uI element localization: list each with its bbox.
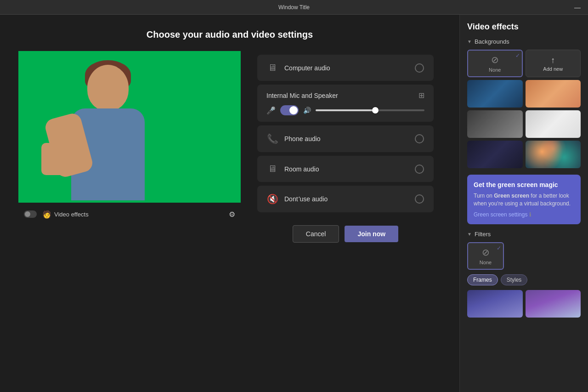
volume-slider-knob [372, 107, 379, 114]
no-audio-icon: 🔇 [267, 193, 278, 205]
promo-text-bold: Green screen [494, 193, 529, 199]
right-panel: Video effects ▼ Backgrounds ✓ ⊘ None ↑ A… [459, 15, 588, 392]
no-audio-label: Dontʼuse audio [284, 195, 408, 203]
backgrounds-chevron: ▼ [467, 39, 472, 44]
no-audio-radio[interactable] [415, 194, 424, 204]
no-audio-option[interactable]: 🔇 Dontʼuse audio [257, 186, 434, 212]
bg-none-tile[interactable]: ✓ ⊘ None [467, 50, 523, 77]
bg-tile-4[interactable] [526, 110, 581, 138]
room-audio-option[interactable]: 🖥 Room audio [257, 156, 434, 182]
person-effects-icon: 🧑 [42, 210, 51, 219]
cancel-button[interactable]: Cancel [293, 225, 339, 243]
content-columns: 🧑 Video effects ⚙ 🖥 Computer audio [0, 51, 459, 392]
mic-toggle-knob [289, 106, 298, 114]
backgrounds-grid: ✓ ⊘ None ↑ Add new [467, 50, 581, 168]
minimize-icon[interactable]: — [574, 4, 581, 11]
internal-mic-section: Internal Mic and Speaker ⊞ 🎤 🔊 [257, 85, 434, 122]
volume-slider-fill [316, 109, 375, 111]
filter-none-icon: ⊘ [482, 247, 490, 258]
green-screen-link[interactable]: Green screen settings ℹ [474, 211, 574, 218]
internal-mic-label: Internal Mic and Speaker [266, 92, 338, 99]
filters-chevron: ▼ [467, 232, 472, 237]
computer-audio-radio[interactable] [415, 63, 424, 73]
title-bar: Window Title — [0, 0, 588, 15]
filters-section-title: ▼ Filters [467, 231, 581, 238]
phone-audio-radio[interactable] [415, 134, 424, 143]
filter-tab-styles[interactable]: Styles [501, 274, 528, 285]
promo-text: Turn on Green screen for a better look w… [474, 192, 574, 208]
backgrounds-section-title: ▼ Backgrounds [467, 38, 581, 45]
person-head [87, 65, 129, 111]
bg-tile-3[interactable] [467, 110, 523, 138]
join-now-button[interactable]: Join now [345, 226, 398, 242]
adjust-icon[interactable]: ⊞ [418, 91, 424, 100]
promo-title: Get the green screen magic [474, 181, 574, 188]
bg-tile-2[interactable] [526, 80, 581, 108]
green-screen-promo: Get the green screen magic Turn on Green… [467, 175, 581, 224]
internal-mic-header: Internal Mic and Speaker ⊞ [266, 91, 424, 100]
mic-toggle-switch[interactable] [280, 105, 299, 115]
frames-grid [467, 290, 581, 318]
action-row: Cancel Join now [250, 216, 441, 247]
bg-tile-1[interactable] [467, 80, 523, 108]
promo-text-before: Turn on [474, 193, 494, 199]
bg-none-label: None [489, 67, 501, 73]
phone-audio-option[interactable]: 📞 Phone audio [257, 125, 434, 152]
phone-audio-label: Phone audio [284, 135, 408, 142]
audio-panel: 🖥 Computer audio Internal Mic and Speake… [250, 51, 441, 392]
settings-icon[interactable]: ⚙ [229, 210, 235, 219]
filters-label: Filters [475, 231, 491, 238]
filter-none-check-mark: ✓ [497, 245, 501, 251]
room-audio-icon: 🖥 [267, 164, 278, 174]
computer-audio-option[interactable]: 🖥 Computer audio [257, 55, 434, 81]
video-preview [18, 51, 241, 203]
frame-tile-2[interactable] [526, 290, 581, 318]
bg-add-icon: ↑ [551, 56, 555, 65]
person-figure [32, 51, 179, 203]
volume-slider[interactable] [316, 109, 424, 111]
filter-tabs: Frames Styles [467, 274, 581, 285]
video-effects-label: Video effects [54, 211, 89, 218]
mic-controls-row: 🎤 🔊 [266, 105, 424, 115]
room-audio-label: Room audio [284, 165, 408, 173]
main-layout: Choose your audio and video settings [0, 15, 588, 392]
microphone-icon: 🎤 [266, 106, 276, 115]
bg-add-new-tile[interactable]: ↑ Add new [526, 50, 581, 77]
page-title: Choose your audio and video settings [0, 15, 459, 51]
green-screen-link-text[interactable]: Green screen settings [474, 211, 527, 218]
computer-audio-label: Computer audio [284, 64, 408, 72]
filter-none-label: None [480, 260, 492, 265]
video-toggle-button[interactable] [24, 210, 37, 218]
filters-section: ▼ Filters ✓ ⊘ None Frames Styles [467, 231, 581, 318]
video-effects-button[interactable]: 🧑 Video effects [42, 210, 223, 219]
bg-tile-6[interactable] [526, 141, 581, 168]
right-panel-title: Video effects [467, 22, 581, 32]
video-preview-wrapper: 🧑 Video effects ⚙ [18, 51, 241, 392]
bg-tile-5[interactable] [467, 141, 523, 168]
phone-audio-icon: 📞 [267, 133, 278, 144]
window-title: Window Title [278, 4, 310, 11]
person-hand [41, 143, 69, 175]
bg-add-label: Add new [543, 66, 563, 72]
info-icon: ℹ [529, 211, 531, 218]
none-check-mark: ✓ [515, 52, 520, 59]
video-toggle-knob [25, 211, 30, 217]
frame-tile-1[interactable] [467, 290, 523, 318]
room-audio-radio[interactable] [415, 165, 424, 174]
video-controls-bar: 🧑 Video effects ⚙ [18, 203, 241, 226]
filter-tab-frames[interactable]: Frames [467, 274, 498, 285]
computer-audio-icon: 🖥 [267, 62, 278, 73]
backgrounds-label: Backgrounds [475, 38, 509, 45]
center-area: Choose your audio and video settings [0, 15, 459, 392]
speaker-icon: 🔊 [303, 107, 311, 114]
filter-none-tile[interactable]: ✓ ⊘ None [467, 242, 504, 270]
bg-none-icon: ⊘ [491, 54, 499, 65]
